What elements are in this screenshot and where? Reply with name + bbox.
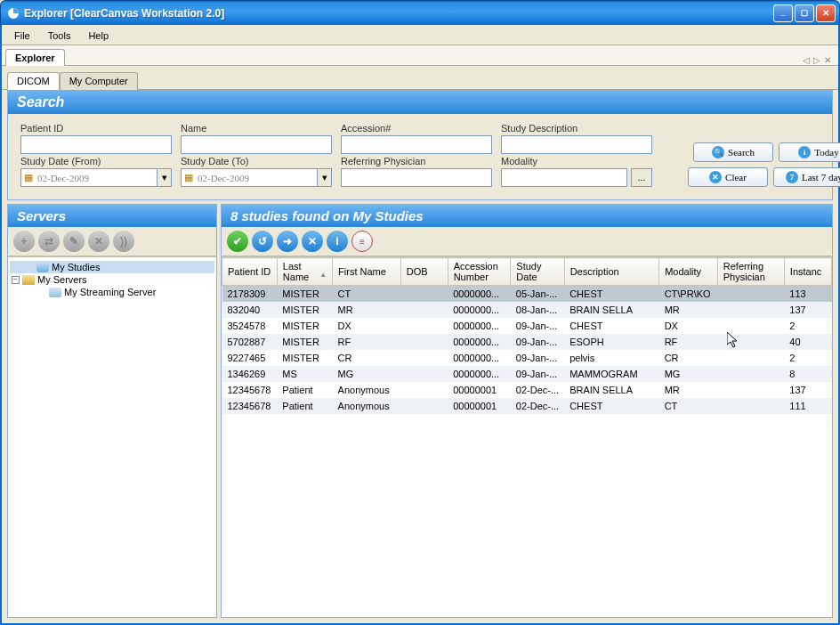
today-button[interactable]: iToday [779,142,840,162]
open-study-icon[interactable]: ✔ [227,231,248,252]
cell-pid: 832040 [222,302,278,318]
studies-grid[interactable]: Patient IDLast Name▲First NameDOBAccessi… [222,256,832,617]
minimize-button[interactable] [773,4,793,22]
column-header[interactable]: Patient ID [222,258,278,286]
server-delete-icon[interactable]: ✕ [88,231,109,252]
table-row[interactable]: 1346269MSMG0000000...09-Jan-...MAMMOGRAM… [222,366,832,382]
retrieve-icon[interactable]: ↺ [252,231,273,252]
collapse-icon[interactable]: − [12,276,20,284]
cell-dob [400,302,448,318]
table-row[interactable]: 9227465MISTERCR0000000...09-Jan-...pelvi… [222,350,832,366]
server-verify-icon[interactable]: )) [113,231,134,252]
patient-id-input[interactable] [20,135,172,154]
table-row[interactable]: 5702887MISTERRF0000000...09-Jan-...ESOPH… [222,334,832,350]
tree-label: My Servers [37,274,87,285]
chevron-down-icon[interactable]: ▾ [157,169,171,186]
last7-button-label: Last 7 days [802,172,840,183]
column-header[interactable]: Accession Number [448,258,511,286]
column-header[interactable]: Referring Physician [717,258,784,286]
ref-phys-input[interactable] [341,168,492,187]
today-button-label: Today [814,147,838,158]
cell-desc: BRAIN SELLA [564,302,658,318]
column-header[interactable]: Last Name▲ [277,258,332,286]
chevron-down-icon[interactable]: ▾ [317,169,331,186]
table-row[interactable]: 832040MISTERMR0000000...08-Jan-...BRAIN … [222,302,832,318]
date-from-input[interactable]: ▦ ▾ [20,168,172,187]
table-row[interactable]: 12345678PatientAnonymous0000000102-Dec-.… [222,398,832,414]
server-edit-icon[interactable]: ✎ [63,231,85,252]
cell-dob [400,398,448,414]
modality-picker-button[interactable]: ... [631,168,652,187]
cell-mod: RF [659,334,718,350]
cell-fn: RF [333,334,401,350]
study-info-icon[interactable]: i [327,231,348,252]
tab-dicom[interactable]: DICOM [7,72,60,90]
calendar-icon: ▦ [21,169,36,186]
document-tabstrip: Explorer ◁ ▷ ✕ [2,45,838,66]
tree-item-my-studies[interactable]: My Studies [10,261,214,273]
studies-toolbar: ✔ ↺ ➜ ✕ i ≡ [222,227,832,256]
date-from-text[interactable] [36,169,157,186]
cell-mod: MR [659,382,718,398]
source-tabstrip: DICOM My Computer [2,66,838,90]
cell-dob [400,318,448,334]
accession-input[interactable] [341,135,492,154]
cell-pid: 2178309 [222,286,278,303]
close-button[interactable] [816,4,836,22]
maximize-button[interactable] [795,4,814,22]
cell-sd: 02-Dec-... [511,382,564,398]
tab-my-computer[interactable]: My Computer [60,72,138,90]
delete-study-icon[interactable]: ✕ [302,231,323,252]
search-panel: Search Patient ID Name Accession# Study … [7,90,833,200]
tree-item-streaming-server[interactable]: My Streaming Server [10,286,214,298]
anonymize-icon[interactable]: ≡ [351,231,373,252]
menu-file[interactable]: File [7,28,37,43]
column-header[interactable]: Description [564,258,658,286]
cell-pid: 5702887 [222,334,278,350]
cell-ln: MISTER [277,318,332,334]
tab-close-icon[interactable]: ✕ [824,55,831,65]
date-from-label: Study Date (From) [20,156,172,166]
servers-tree[interactable]: My Studies − My Servers My Streaming Ser… [8,256,216,617]
cell-acc: 0000000... [448,334,511,350]
table-row[interactable]: 2178309MISTERCT0000000...05-Jan-...CHEST… [222,286,832,303]
send-icon[interactable]: ➜ [277,231,298,252]
cell-acc: 0000000... [448,286,511,303]
tab-scroll-left-icon[interactable]: ◁ [803,55,810,65]
column-header[interactable]: DOB [400,258,448,286]
date-to-input[interactable]: ▦ ▾ [181,168,332,187]
modality-input[interactable] [501,168,627,187]
search-button[interactable]: 🔍Search [693,142,773,162]
date-to-text[interactable] [196,169,317,186]
column-header[interactable]: Modality [659,258,718,286]
date-to-label: Study Date (To) [181,156,332,166]
servers-header: Servers [8,205,216,227]
calendar-icon: 7 [786,171,798,183]
cell-pid: 12345678 [222,382,278,398]
cell-pid: 1346269 [222,366,278,382]
tab-explorer[interactable]: Explorer [5,49,65,66]
table-row[interactable]: 12345678PatientAnonymous0000000102-Dec-.… [222,382,832,398]
cell-pid: 12345678 [222,398,278,414]
tree-item-my-servers[interactable]: − My Servers [10,273,214,286]
window-title: Explorer [ClearCanvas Workstation 2.0] [24,7,773,20]
search-header: Search [8,91,832,114]
server-group-icon[interactable]: ⇄ [38,231,60,252]
menu-help[interactable]: Help [81,28,116,43]
study-desc-input[interactable] [501,135,652,154]
cell-mod: CT\PR\KO [659,286,718,303]
window-titlebar: Explorer [ClearCanvas Workstation 2.0] [0,0,840,25]
tab-scroll-right-icon[interactable]: ▷ [813,55,820,65]
cell-mod: CT [659,398,718,414]
table-row[interactable]: 3524578MISTERDX0000000...09-Jan-...CHEST… [222,318,832,334]
last7-button[interactable]: 7Last 7 days [773,167,840,187]
name-input[interactable] [181,135,332,154]
column-header[interactable]: Study Date [511,258,564,286]
menu-tools[interactable]: Tools [41,28,78,43]
column-header[interactable]: Instanc [784,258,831,286]
server-add-icon[interactable]: + [13,231,35,252]
column-header[interactable]: First Name [333,258,401,286]
cell-acc: 0000000... [448,302,511,318]
cell-acc: 0000000... [448,350,511,366]
clear-button[interactable]: ✕Clear [688,167,768,187]
